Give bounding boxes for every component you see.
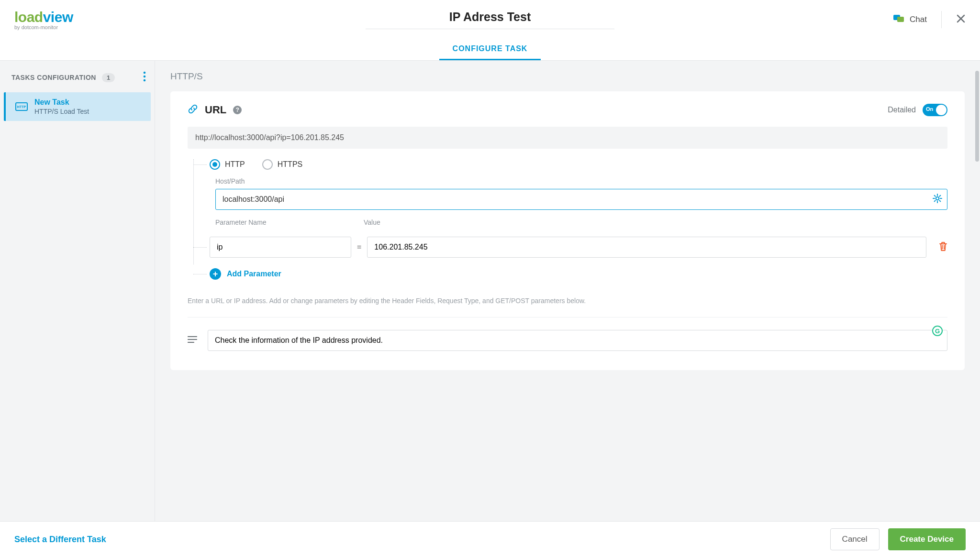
logo[interactable]: loadview by dotcom-monitor <box>14 9 73 30</box>
svg-point-3 <box>144 76 146 78</box>
radio-http[interactable]: HTTP <box>210 159 245 170</box>
chat-label: Chat <box>910 15 927 24</box>
host-path-label: Host/Path <box>215 177 947 185</box>
task-name: New Task <box>34 98 89 107</box>
url-title: URL <box>205 104 226 116</box>
select-different-task-link[interactable]: Select a Different Task <box>14 535 106 545</box>
radio-unselected-icon <box>262 159 273 170</box>
plus-circle-icon: + <box>210 268 221 280</box>
sidebar-title: TASKS CONFIGURATION <box>11 74 96 81</box>
create-device-button[interactable]: Create Device <box>888 528 966 550</box>
scrollbar[interactable] <box>975 71 979 162</box>
sidebar-count: 1 <box>102 73 115 82</box>
svg-point-4 <box>144 79 146 82</box>
svg-point-7 <box>936 197 939 200</box>
detailed-label: Detailed <box>888 106 916 114</box>
lines-icon[interactable] <box>188 336 197 345</box>
task-item[interactable]: HTTP New Task HTTP/S Load Test <box>4 92 151 121</box>
param-value-label: Value <box>364 218 380 226</box>
svg-rect-1 <box>897 17 904 22</box>
grammarly-icon[interactable]: G <box>932 326 943 336</box>
equals-label: = <box>355 243 363 251</box>
toggle-state: On <box>926 106 933 112</box>
main-panel: HTTP/S URL ? Detailed On http://localhos… <box>155 61 980 521</box>
description-input[interactable] <box>208 330 947 351</box>
help-icon[interactable]: ? <box>233 106 242 114</box>
divider <box>941 11 942 28</box>
page-title: IP Adress Test <box>366 10 614 24</box>
more-vertical-icon[interactable] <box>143 71 146 84</box>
link-icon <box>188 104 198 116</box>
svg-text:HTTP: HTTP <box>17 105 26 109</box>
url-card: URL ? Detailed On http://localhost:3000/… <box>170 91 965 370</box>
logo-part2: view <box>43 9 73 25</box>
add-parameter-button[interactable]: + Add Parameter <box>210 268 947 280</box>
radio-https[interactable]: HTTPS <box>262 159 302 170</box>
param-name-input[interactable] <box>210 237 351 258</box>
param-value-input[interactable] <box>367 237 926 258</box>
param-name-label: Parameter Name <box>215 218 357 226</box>
chat-button[interactable]: Chat <box>893 14 927 25</box>
sidebar: TASKS CONFIGURATION 1 HTTP New Task HTTP… <box>0 61 155 521</box>
top-bar: loadview by dotcom-monitor IP Adress Tes… <box>0 0 980 39</box>
tab-configure-task[interactable]: CONFIGURE TASK <box>439 44 541 60</box>
svg-point-2 <box>144 72 146 74</box>
url-hint: Enter a URL or IP address. Add or change… <box>188 297 947 317</box>
footer: Select a Different Task Cancel Create De… <box>0 521 980 557</box>
url-preview: http://localhost:3000/api?ip=106.201.85.… <box>188 127 947 149</box>
add-parameter-label: Add Parameter <box>227 270 281 278</box>
cancel-button[interactable]: Cancel <box>830 528 880 550</box>
trash-icon[interactable] <box>939 241 947 253</box>
radio-selected-icon <box>210 159 220 170</box>
task-subtitle: HTTP/S Load Test <box>34 108 89 115</box>
logo-part1: load <box>14 9 43 25</box>
logo-subtitle: by dotcom-monitor <box>14 24 73 30</box>
detailed-toggle[interactable]: On <box>923 104 947 116</box>
gear-icon[interactable] <box>932 193 943 206</box>
main-heading: HTTP/S <box>170 71 965 82</box>
tab-bar: CONFIGURE TASK <box>0 39 980 61</box>
close-icon[interactable] <box>956 14 966 25</box>
chat-icon <box>893 14 904 25</box>
host-path-input[interactable] <box>215 189 947 210</box>
http-icon: HTTP <box>15 101 28 112</box>
